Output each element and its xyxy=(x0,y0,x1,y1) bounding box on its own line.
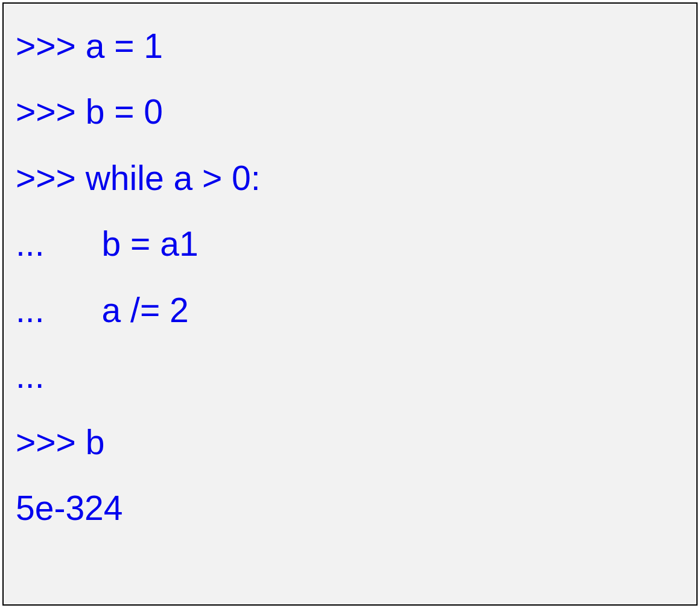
repl-line: >>> b xyxy=(16,410,684,475)
repl-continuation-prompt: ... xyxy=(16,356,45,395)
repl-code: a /= 2 xyxy=(102,291,189,329)
repl-prompt: >>> xyxy=(16,423,86,461)
repl-line: >>> a = 1 xyxy=(16,13,684,79)
repl-line: ... b = a1 xyxy=(16,211,684,277)
repl-code: b = 0 xyxy=(86,92,163,131)
repl-line: >>> while a > 0: xyxy=(16,145,684,211)
repl-code: b = a1 xyxy=(102,224,199,263)
python-repl-terminal[interactable]: >>> a = 1 >>> b = 0 >>> while a > 0: ...… xyxy=(2,2,698,606)
repl-output: 5e-324 xyxy=(16,489,123,527)
repl-code: a = 1 xyxy=(86,27,163,65)
repl-line: ... xyxy=(16,343,684,409)
repl-prompt: >>> xyxy=(16,27,86,65)
repl-continuation-prompt: ... xyxy=(16,291,102,329)
repl-line: >>> b = 0 xyxy=(16,79,684,145)
repl-line: ... a /= 2 xyxy=(16,277,684,343)
repl-prompt: >>> xyxy=(16,92,86,131)
repl-continuation-prompt: ... xyxy=(16,224,102,263)
repl-prompt: >>> xyxy=(16,159,86,197)
repl-code: b xyxy=(86,423,105,461)
repl-output-line: 5e-324 xyxy=(16,475,684,541)
repl-code: while a > 0: xyxy=(86,159,261,197)
